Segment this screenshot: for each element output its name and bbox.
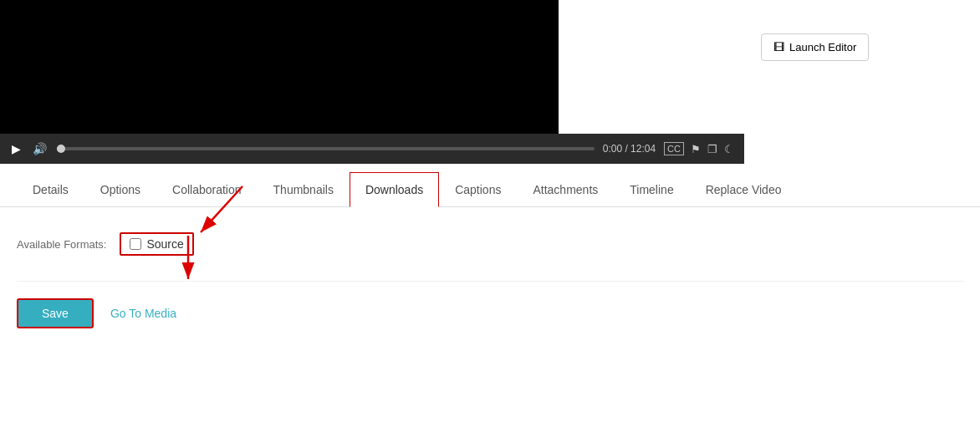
right-white-area xyxy=(559,0,745,134)
current-time: 0:00 xyxy=(603,143,622,155)
tab-attachments[interactable]: Attachments xyxy=(517,172,614,207)
night-mode-icon[interactable]: ☾ xyxy=(724,143,734,155)
volume-icon: 🔊 xyxy=(33,142,47,155)
video-content-area xyxy=(186,0,559,134)
tab-captions[interactable]: Captions xyxy=(439,172,517,207)
right-controls: CC ⚑ ❐ ☾ xyxy=(664,142,734,155)
flag-icon[interactable]: ⚑ xyxy=(691,143,701,155)
time-display: 0:00 / 12:04 xyxy=(603,143,656,155)
video-screen xyxy=(0,0,744,134)
left-black-bar xyxy=(0,0,186,134)
right-panel: 🎞 Launch Editor xyxy=(744,0,980,78)
main-wrapper: ▶ 🔊 0:00 / 12:04 CC ⚑ ❐ xyxy=(0,0,980,345)
volume-button[interactable]: 🔊 xyxy=(31,142,48,155)
play-button[interactable]: ▶ xyxy=(10,142,23,155)
tab-downloads[interactable]: Downloads xyxy=(350,172,439,207)
available-formats-label: Available Formats: xyxy=(17,238,106,251)
camera-icon: 🎞 xyxy=(773,41,784,53)
tab-timeline[interactable]: Timeline xyxy=(614,172,689,207)
arrow-to-save xyxy=(146,236,230,290)
cc-icon[interactable]: CC xyxy=(664,142,684,155)
tab-details[interactable]: Details xyxy=(17,172,84,207)
action-row: Save Go To Media xyxy=(17,281,963,328)
progress-thumb xyxy=(57,145,65,153)
tabs-nav: Details Options Collaboration Thumbnails… xyxy=(0,172,980,207)
top-section: ▶ 🔊 0:00 / 12:04 CC ⚑ ❐ xyxy=(0,0,980,164)
progress-bar[interactable] xyxy=(57,147,595,150)
launch-editor-label: Launch Editor xyxy=(789,41,856,53)
launch-editor-button[interactable]: 🎞 Launch Editor xyxy=(761,33,869,61)
tab-replace-video[interactable]: Replace Video xyxy=(690,172,798,207)
play-icon: ▶ xyxy=(12,142,21,155)
total-duration: 12:04 xyxy=(630,143,656,155)
fullscreen-icon[interactable]: ❐ xyxy=(707,143,717,155)
video-player: ▶ 🔊 0:00 / 12:04 CC ⚑ ❐ xyxy=(0,0,744,164)
video-controls-bar: ▶ 🔊 0:00 / 12:04 CC ⚑ ❐ xyxy=(0,134,744,164)
tab-options[interactable]: Options xyxy=(84,172,156,207)
source-checkbox[interactable] xyxy=(130,238,141,250)
svg-line-1 xyxy=(201,186,242,232)
go-to-media-link[interactable]: Go To Media xyxy=(110,307,176,320)
downloads-content: Available Formats: Source Save Go To Med… xyxy=(0,207,980,345)
save-button[interactable]: Save xyxy=(17,298,94,328)
